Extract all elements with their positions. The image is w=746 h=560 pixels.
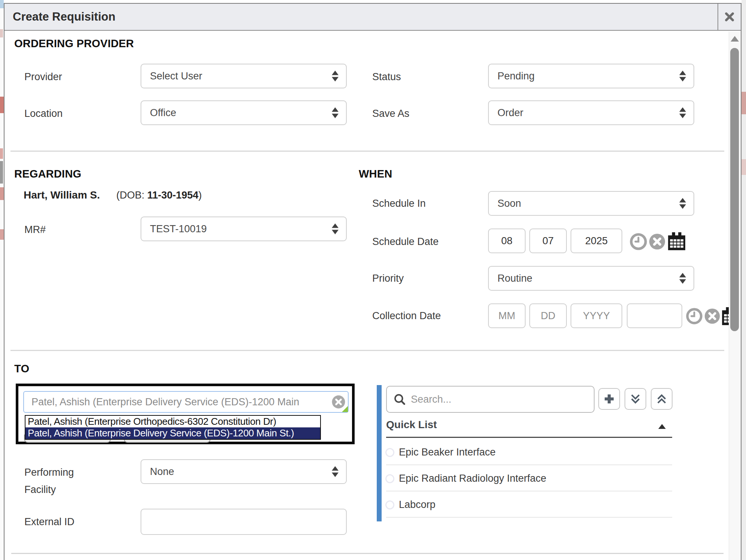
schedule-time-clock-icon[interactable]: [630, 233, 647, 250]
schedule-day-input[interactable]: [529, 228, 567, 253]
select-arrows-icon: [332, 466, 339, 477]
plus-icon: [602, 392, 616, 406]
quick-list-item[interactable]: Labcorp: [399, 499, 436, 511]
schedule-in-select-value: Soon: [497, 198, 521, 209]
background-artifact: [0, 161, 3, 184]
external-id-label: External ID: [24, 516, 75, 528]
performing-facility-select-value: None: [150, 466, 174, 478]
location-select[interactable]: Office: [141, 100, 347, 125]
performing-facility-select[interactable]: None: [141, 459, 347, 484]
quicklist-radio-icon[interactable]: [385, 448, 394, 457]
quick-list-item[interactable]: Epic Radiant Radiology Interface: [399, 473, 546, 484]
directory-accent-bar: [377, 385, 382, 521]
provider-select-value: Select User: [150, 70, 202, 82]
double-chevron-down-icon: [629, 393, 642, 405]
section-divider: [10, 350, 724, 351]
collection-time-input[interactable]: [627, 303, 682, 328]
schedule-date-calendar-icon[interactable]: [667, 231, 685, 251]
search-icon: [393, 393, 406, 406]
ordering-provider-heading: ORDERING PROVIDER: [14, 37, 134, 50]
collapse-all-button[interactable]: [651, 388, 673, 410]
patient-name: Hart, William S.: [24, 189, 100, 201]
status-label: Status: [372, 71, 401, 83]
select-arrows-icon: [679, 108, 686, 118]
dialog-titlebar: Create Requisition: [4, 4, 741, 31]
section-divider: [11, 553, 724, 554]
background-artifact: [0, 187, 4, 200]
to-heading: TO: [14, 363, 29, 375]
background-page-right: [742, 0, 746, 560]
background-artifact: [742, 159, 746, 175]
save-as-label: Save As: [372, 108, 409, 119]
double-chevron-up-icon: [655, 393, 668, 405]
expand-all-button[interactable]: [625, 388, 646, 410]
collection-day-input[interactable]: [529, 303, 567, 328]
suggestion-item[interactable]: Patel, Ashish (Enterprise Orthopedics-63…: [25, 416, 320, 427]
save-as-select[interactable]: Order: [488, 100, 694, 125]
priority-select-value: Routine: [497, 273, 532, 284]
resize-grip-icon[interactable]: [342, 406, 348, 412]
external-id-input[interactable]: [141, 509, 347, 535]
background-artifact: [742, 92, 746, 114]
schedule-date-clear-icon[interactable]: [649, 233, 666, 250]
select-arrows-icon: [332, 71, 339, 82]
background-artifact: [0, 148, 3, 159]
schedule-in-select[interactable]: Soon: [488, 191, 694, 216]
schedule-month-input[interactable]: [488, 228, 526, 253]
select-arrows-icon: [679, 71, 686, 82]
background-artifact: [0, 97, 4, 113]
location-label: Location: [24, 108, 63, 119]
collection-date-label: Collection Date: [372, 310, 441, 322]
select-arrows-icon: [679, 198, 686, 209]
dob-prefix: (DOB:: [116, 190, 147, 201]
status-select[interactable]: Pending: [488, 64, 694, 88]
select-arrows-icon: [332, 224, 339, 234]
provider-select[interactable]: Select User: [141, 64, 347, 88]
list-divider: [386, 491, 672, 491]
collection-month-input[interactable]: [488, 303, 526, 328]
collection-date-clear-icon[interactable]: [704, 308, 721, 324]
mr-select-value: TEST-10019: [150, 223, 207, 235]
background-page-left: [0, 0, 4, 560]
mr-select[interactable]: TEST-10019: [141, 217, 347, 241]
select-arrows-icon: [679, 273, 686, 284]
search-input[interactable]: [386, 386, 595, 413]
location-select-value: Office: [150, 107, 176, 119]
background-artifact: [0, 29, 3, 37]
mr-label: MR#: [24, 224, 46, 236]
priority-select[interactable]: Routine: [488, 266, 694, 291]
quick-list-heading: Quick List: [386, 419, 437, 431]
dob-suffix: ): [198, 190, 202, 201]
list-divider: [386, 517, 672, 518]
collapse-caret-icon[interactable]: [658, 424, 666, 429]
status-select-value: Pending: [497, 70, 535, 82]
quick-list-divider: [386, 437, 672, 438]
collection-time-clock-icon[interactable]: [686, 308, 703, 324]
performing-facility-label: Performing Facility: [24, 464, 74, 498]
schedule-year-input[interactable]: [571, 228, 622, 253]
recipient-input[interactable]: [23, 391, 349, 413]
background-artifact: [0, 229, 4, 240]
close-icon: [724, 11, 735, 22]
collection-year-input[interactable]: [571, 303, 622, 328]
scrollbar-up-arrow-icon[interactable]: [731, 36, 739, 42]
quicklist-radio-icon[interactable]: [385, 474, 394, 483]
scrollbar-thumb[interactable]: [730, 48, 739, 331]
patient-summary: Hart, William S. (DOB: 11-30-1954): [24, 189, 202, 201]
add-recipient-button[interactable]: [598, 388, 620, 410]
schedule-in-label: Schedule In: [372, 198, 426, 209]
patient-dob: 11-30-1954: [147, 190, 199, 201]
save-as-select-value: Order: [497, 107, 523, 119]
recipient-suggestion-list: Patel, Ashish (Enterprise Orthopedics-63…: [25, 415, 321, 440]
suggestion-item-selected[interactable]: Patel, Ashish (Enterprise Delivery Servi…: [25, 427, 320, 439]
quicklist-radio-icon[interactable]: [385, 500, 394, 509]
schedule-date-label: Schedule Date: [372, 236, 439, 248]
close-button[interactable]: [718, 4, 741, 30]
dialog-title: Create Requisition: [13, 4, 115, 30]
collection-date-calendar-icon[interactable]: [721, 306, 729, 326]
section-divider: [10, 151, 724, 152]
provider-label: Provider: [24, 71, 62, 83]
when-heading: WHEN: [359, 168, 392, 180]
quick-list-item[interactable]: Epic Beaker Interface: [399, 447, 496, 458]
regarding-heading: REGARDING: [14, 168, 81, 180]
